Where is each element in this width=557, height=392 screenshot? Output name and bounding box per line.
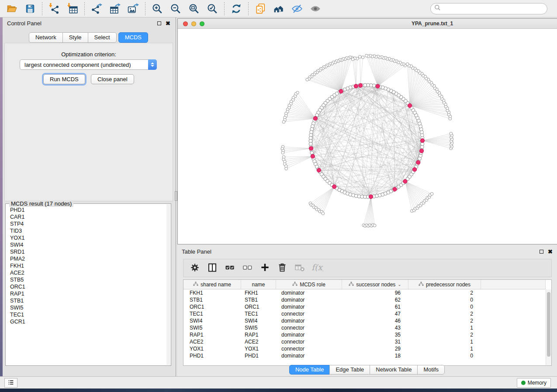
table-row[interactable]: PHD1PHD1dominator180 xyxy=(183,352,546,359)
tab-select[interactable]: Select xyxy=(88,32,117,43)
zoom-fit-button[interactable] xyxy=(185,1,203,16)
column-header-name[interactable]: name xyxy=(241,280,276,289)
hide-selected-button[interactable] xyxy=(288,1,306,16)
network-hub-node[interactable] xyxy=(332,185,336,189)
column-visibility-button[interactable] xyxy=(204,261,220,275)
close-panel-button[interactable]: Close panel xyxy=(91,74,134,84)
network-hub-node[interactable] xyxy=(408,103,412,107)
mcds-result-item[interactable]: GCR1 xyxy=(10,318,166,325)
table-row[interactable]: TEC1TEC1connector472 xyxy=(183,310,546,317)
table-settings-button[interactable] xyxy=(187,261,203,275)
tab-edge-table[interactable]: Edge Table xyxy=(329,365,370,375)
add-column-button[interactable] xyxy=(257,261,273,275)
network-hub-node[interactable] xyxy=(393,187,397,191)
network-hub-node[interactable] xyxy=(420,139,424,143)
select-all-rows-button[interactable] xyxy=(222,261,238,275)
tab-motifs[interactable]: Motifs xyxy=(417,365,445,375)
export-image-button[interactable] xyxy=(124,1,142,16)
network-hub-node[interactable] xyxy=(419,149,423,153)
mcds-result-item[interactable]: FKH1 xyxy=(10,262,166,269)
tab-network-table[interactable]: Network Table xyxy=(370,365,418,375)
table-row[interactable]: FKH1FKH1dominator962 xyxy=(183,289,546,296)
network-hub-node[interactable] xyxy=(313,117,317,120)
table-row[interactable]: ORC1ORC1dominator610 xyxy=(183,303,546,310)
run-mcds-button[interactable]: Run MCDS xyxy=(43,74,85,84)
refresh-button[interactable] xyxy=(227,1,246,16)
search-input[interactable] xyxy=(443,6,543,12)
delete-columns-button[interactable] xyxy=(274,261,290,275)
show-panels-list-button[interactable] xyxy=(4,378,17,388)
mcds-result-item[interactable]: SWI4 xyxy=(10,241,166,248)
memory-button[interactable]: Memory xyxy=(517,378,551,388)
network-hub-node[interactable] xyxy=(339,89,343,93)
search-box[interactable] xyxy=(430,3,547,14)
window-zoom-icon[interactable] xyxy=(200,21,204,26)
table-row[interactable]: YOX1YOX1connector291 xyxy=(183,345,546,352)
table-scrollbar-thumb[interactable] xyxy=(547,292,550,357)
mcds-result-item[interactable]: ACE2 xyxy=(10,269,166,276)
cell-successor-nodes: 29 xyxy=(342,346,408,352)
open-file-button[interactable] xyxy=(3,1,21,16)
mcds-result-item[interactable]: RAP1 xyxy=(10,290,166,297)
import-table-button[interactable] xyxy=(63,1,82,16)
mcds-result-scrollbar[interactable] xyxy=(166,204,170,365)
network-hub-node[interactable] xyxy=(416,161,420,165)
tab-network[interactable]: Network xyxy=(29,32,63,43)
network-window-titlebar[interactable]: YPA_prune.txt_1 xyxy=(178,19,557,29)
mcds-result-item[interactable]: STP4 xyxy=(10,220,166,227)
control-panel-float-button[interactable] xyxy=(157,21,161,25)
mcds-result-item[interactable]: CAR1 xyxy=(10,213,166,220)
table-panel-close-button[interactable]: ✖ xyxy=(548,249,553,254)
import-network-button[interactable] xyxy=(45,1,63,16)
network-hub-node[interactable] xyxy=(369,195,373,199)
column-header-predecessor-nodes[interactable]: predecessor nodes xyxy=(408,280,481,289)
table-row[interactable]: ACE2ACE2connector311 xyxy=(183,338,546,345)
window-close-icon[interactable] xyxy=(183,21,188,26)
export-network-button[interactable] xyxy=(87,1,106,16)
table-row[interactable]: SWI5SWI5connector431 xyxy=(183,324,546,331)
table-scrollbar[interactable] xyxy=(546,289,551,365)
share-document-button[interactable] xyxy=(251,1,270,16)
mcds-result-item[interactable]: TEC1 xyxy=(10,311,166,318)
network-hub-node[interactable] xyxy=(309,146,313,150)
zoom-in-button[interactable] xyxy=(148,1,166,16)
column-header-MCDS-role[interactable]: MCDS role xyxy=(276,280,342,289)
mcds-result-item[interactable]: ORC1 xyxy=(10,283,166,290)
table-row[interactable]: STB1STB1dominator620 xyxy=(183,296,546,303)
network-hub-node[interactable] xyxy=(354,84,358,88)
mcds-result-item[interactable]: STB5 xyxy=(10,276,166,283)
control-panel-close-button[interactable]: ✖ xyxy=(166,21,170,26)
mcds-result-item[interactable]: STB1 xyxy=(10,297,166,304)
mcds-result-item[interactable]: PMA2 xyxy=(10,255,166,262)
network-hub-node[interactable] xyxy=(317,168,321,172)
mcds-result-item[interactable]: PHD1 xyxy=(10,206,166,213)
mcds-result-item[interactable]: SWI5 xyxy=(10,304,166,311)
zoom-selected-button[interactable] xyxy=(203,1,221,16)
network-hub-node[interactable] xyxy=(413,168,417,172)
table-panel-float-button[interactable] xyxy=(540,250,543,254)
table-row[interactable]: RAP1RAP1dominator352 xyxy=(183,331,546,338)
mcds-result-item[interactable]: SRD1 xyxy=(10,248,166,255)
mcds-result-item[interactable]: YOX1 xyxy=(10,234,166,241)
window-minimize-icon[interactable] xyxy=(191,21,196,26)
network-hub-node[interactable] xyxy=(376,84,380,88)
tab-node-table[interactable]: Node Table xyxy=(289,365,330,375)
network-hub-node[interactable] xyxy=(311,155,315,158)
optimization-criterion-select[interactable]: largest connected component (undirected) xyxy=(20,59,157,70)
column-header-successor-nodes[interactable]: successor nodes⌄ xyxy=(342,280,408,289)
network-hub-node[interactable] xyxy=(403,179,407,183)
table-row[interactable]: SWI4SWI4dominator462 xyxy=(183,317,546,324)
cell-shared-name: PHD1 xyxy=(183,353,241,359)
mcds-result-item[interactable]: TID3 xyxy=(10,227,166,234)
home-button[interactable] xyxy=(270,1,288,16)
show-all-button[interactable] xyxy=(306,1,325,16)
column-header-shared-name[interactable]: shared name xyxy=(183,280,241,289)
network-hub-node[interactable] xyxy=(359,83,363,87)
save-session-button[interactable] xyxy=(21,1,39,16)
tab-mcds[interactable]: MCDS xyxy=(118,32,148,43)
network-canvas[interactable] xyxy=(178,29,557,244)
deselect-all-rows-button[interactable] xyxy=(239,261,255,275)
tab-style[interactable]: Style xyxy=(62,32,88,43)
export-table-button[interactable] xyxy=(106,1,124,16)
zoom-out-button[interactable] xyxy=(166,1,185,16)
